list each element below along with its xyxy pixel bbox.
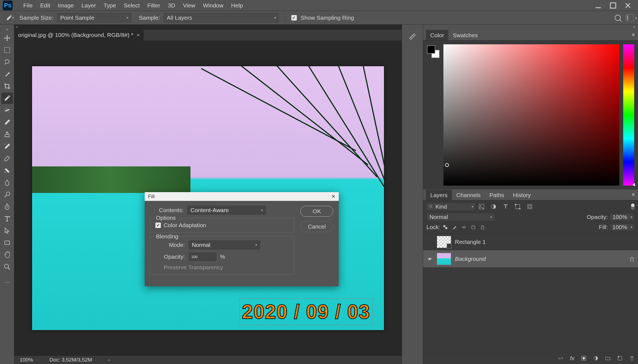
workspace-switcher[interactable]: ▾ (626, 14, 634, 21)
lock-transparency-icon[interactable] (443, 225, 448, 230)
menu-view[interactable]: View (179, 1, 199, 10)
rectangle-tool[interactable] (1, 237, 13, 249)
adjustment-layer-icon[interactable] (593, 356, 599, 361)
menu-file[interactable]: File (19, 1, 36, 10)
show-ring-checkbox[interactable] (291, 15, 297, 21)
filter-adjustment-icon[interactable] (491, 204, 497, 210)
crop-tool[interactable] (1, 80, 13, 92)
opacity-input[interactable] (189, 253, 216, 261)
type-tool[interactable] (1, 213, 13, 224)
ruler-icon[interactable] (409, 33, 416, 41)
add-mask-icon[interactable] (581, 356, 586, 361)
hand-tool[interactable] (1, 249, 13, 261)
delete-layer-icon[interactable] (629, 356, 635, 361)
path-selection-tool[interactable] (1, 225, 13, 236)
clone-stamp-tool[interactable] (1, 129, 13, 140)
lock-position-icon[interactable] (462, 225, 466, 230)
history-tab[interactable]: History (508, 190, 535, 200)
magic-wand-tool[interactable] (1, 68, 13, 80)
pen-tool[interactable] (1, 201, 13, 212)
search-icon[interactable] (615, 15, 621, 21)
layer-filter-type[interactable]: Kind ▾ (426, 203, 476, 211)
dodge-tool[interactable] (1, 189, 13, 200)
lasso-tool[interactable] (1, 56, 13, 68)
edit-toolbar[interactable]: ⋯ (1, 276, 13, 288)
minimize-button[interactable] (595, 2, 602, 9)
foreground-swatch[interactable] (427, 45, 435, 54)
layer-name[interactable]: Rectangle 1 (455, 239, 635, 245)
menu-image[interactable]: Image (54, 1, 78, 10)
cancel-button[interactable]: Cancel (300, 221, 333, 232)
chevron-right-icon[interactable]: ▸ (109, 358, 110, 362)
history-brush-tool[interactable] (1, 141, 13, 152)
eyedropper-tool[interactable] (1, 93, 13, 104)
menu-window[interactable]: Window (199, 1, 227, 10)
layers-tab[interactable]: Layers (426, 190, 452, 200)
menu-3d[interactable]: 3D (164, 1, 179, 10)
fg-bg-swatch[interactable] (427, 45, 440, 58)
maximize-button[interactable] (609, 2, 617, 9)
swatches-tab[interactable]: Swatches (448, 30, 482, 40)
layer-row[interactable]: Rectangle 1 (423, 233, 638, 250)
menu-edit[interactable]: Edit (36, 1, 54, 10)
zoom-level[interactable]: 100% (20, 357, 33, 363)
healing-brush-tool[interactable] (1, 105, 13, 116)
eraser-tool[interactable] (1, 153, 13, 164)
new-group-icon[interactable] (605, 356, 611, 361)
dialog-close-icon[interactable]: ✕ (331, 193, 335, 200)
mode-select[interactable]: Normal ▾ (189, 241, 260, 249)
filter-shape-icon[interactable] (515, 204, 521, 210)
ok-button[interactable]: OK (300, 206, 333, 217)
brush-tool[interactable] (1, 117, 13, 128)
layer-opacity-input[interactable]: 100% ▾ (610, 213, 635, 221)
menu-help[interactable]: Help (227, 1, 247, 10)
menu-type[interactable]: Type (100, 1, 120, 10)
hue-handle[interactable] (633, 183, 635, 186)
menu-filter[interactable]: Filter (144, 1, 164, 10)
sample-select[interactable]: All Layers ▾ (164, 13, 279, 22)
color-tab[interactable]: Color (426, 30, 448, 40)
close-button[interactable] (624, 2, 631, 9)
menu-select[interactable]: Select (120, 1, 143, 10)
lock-all-icon[interactable] (480, 225, 485, 230)
layer-thumbnail[interactable] (437, 236, 451, 248)
filter-smart-icon[interactable] (527, 204, 533, 210)
color-adaptation-checkbox[interactable] (155, 223, 161, 228)
sample-size-select[interactable]: Point Sample ▾ (57, 13, 131, 22)
marquee-tool[interactable] (1, 44, 13, 56)
layer-effects-icon[interactable]: fx (570, 355, 574, 362)
panels-collapse-icon[interactable]: » (423, 25, 638, 30)
panel-menu-icon[interactable]: ≡ (632, 32, 638, 38)
move-tool[interactable] (1, 32, 13, 44)
channels-tab[interactable]: Channels (452, 190, 485, 200)
contents-select[interactable]: Content-Aware ▾ (187, 206, 266, 215)
lock-artboard-icon[interactable] (471, 225, 476, 230)
blur-tool[interactable] (1, 177, 13, 188)
filter-type-icon[interactable] (503, 204, 509, 210)
saturation-value-field[interactable] (443, 44, 619, 186)
new-layer-icon[interactable] (617, 356, 623, 361)
filter-toggle[interactable] (631, 203, 635, 210)
hue-slider[interactable] (623, 44, 634, 186)
lock-pixels-icon[interactable] (452, 225, 457, 230)
dialog-titlebar[interactable]: Fill ✕ (145, 192, 339, 201)
menu-layer[interactable]: Layer (78, 1, 100, 10)
fill-input[interactable]: 100% ▾ (610, 223, 635, 231)
zoom-tool[interactable] (1, 261, 13, 273)
canvas-expand-icon[interactable]: » (14, 25, 402, 30)
panel-menu-icon[interactable]: ≡ (632, 192, 638, 198)
active-tool-indicator[interactable]: ▾ (4, 12, 16, 24)
paths-tab[interactable]: Paths (485, 190, 509, 200)
close-tab-icon[interactable]: × (137, 32, 140, 38)
layer-name[interactable]: Background (455, 256, 625, 262)
layer-thumbnail[interactable] (437, 253, 451, 265)
layer-visibility-toggle[interactable] (426, 256, 433, 262)
tools-expand-icon[interactable]: » (0, 27, 14, 32)
layer-row[interactable]: Background (423, 250, 638, 267)
filter-pixel-icon[interactable] (479, 204, 485, 210)
blend-mode-select[interactable]: Normal ▾ (426, 213, 495, 221)
link-layers-icon[interactable] (558, 356, 563, 361)
document-tab[interactable]: original.jpg @ 100% (Background, RGB/8#)… (14, 30, 144, 41)
document-viewport[interactable]: 2020 / 09 / 03 Fill ✕ Contents: Content-… (14, 41, 402, 356)
gradient-tool[interactable] (1, 165, 13, 176)
